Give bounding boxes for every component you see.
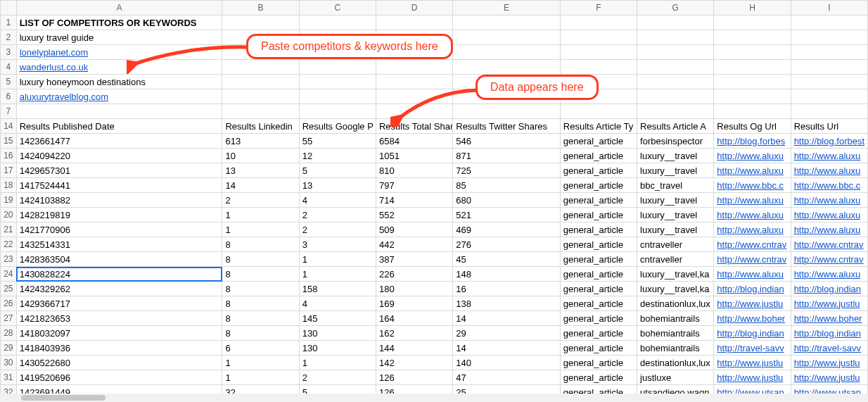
data-cell[interactable]: http://www.justlu [714, 296, 791, 311]
data-cell[interactable]: 1418032097 [16, 326, 222, 341]
data-cell[interactable]: http://www.justlu [791, 370, 867, 385]
data-cell[interactable]: 714 [376, 193, 452, 208]
table-row[interactable]: 22143251433183442276general_articlecntra… [1, 237, 868, 252]
data-cell[interactable]: 871 [453, 149, 561, 163]
row-header[interactable]: 17 [1, 163, 17, 178]
data-cell[interactable]: 45 [453, 252, 561, 267]
cell[interactable] [791, 89, 867, 104]
row-header[interactable]: 7 [1, 104, 17, 119]
horizontal-scrollbar[interactable] [0, 394, 868, 402]
table-row[interactable]: 271421823653814516414general_articlebohe… [1, 311, 868, 326]
data-cell[interactable]: 8 [222, 267, 299, 282]
data-header-cell[interactable]: Results Twitter Shares [453, 119, 561, 134]
data-cell[interactable]: luxury__travel [637, 193, 714, 208]
data-cell[interactable]: 1429366717 [16, 296, 222, 311]
data-cell[interactable]: http://www.aluxu [791, 193, 867, 208]
data-cell[interactable]: luxury__travel [637, 222, 714, 237]
table-row[interactable]: 5luxury honeymoon destinations [1, 75, 868, 89]
cell[interactable] [376, 89, 452, 104]
data-header-cell[interactable]: Results Linkedin [222, 119, 299, 134]
data-header-cell[interactable]: Results Article Ty [560, 119, 637, 134]
table-row[interactable]: 1LIST OF COMPETITORS OR KEYWORDS [1, 15, 868, 30]
data-cell[interactable]: forbesinspector [637, 134, 714, 149]
data-cell[interactable]: 158 [299, 282, 376, 296]
col-header-E[interactable]: E [453, 1, 561, 15]
data-cell[interactable]: general_article [560, 326, 637, 341]
data-cell[interactable]: 1421770906 [16, 222, 222, 237]
data-cell[interactable]: http://blog.indian [714, 282, 791, 296]
data-cell[interactable]: 6 [222, 341, 299, 356]
data-cell[interactable]: http://www.aluxu [791, 267, 867, 282]
data-cell[interactable]: 1 [299, 267, 376, 282]
data-cell[interactable]: 469 [453, 222, 561, 237]
data-cell[interactable]: 3 [299, 237, 376, 252]
data-cell[interactable]: http://www.justlu [791, 296, 867, 311]
data-cell[interactable]: general_article [560, 237, 637, 252]
cell[interactable] [791, 104, 867, 119]
data-cell[interactable]: http://travel-savv [714, 341, 791, 356]
data-cell[interactable]: general_article [560, 149, 637, 163]
row-header[interactable]: 25 [1, 282, 17, 296]
data-cell[interactable]: http://travel-savv [791, 341, 867, 356]
data-cell[interactable]: cntraveller [637, 237, 714, 252]
data-cell[interactable]: 148 [453, 267, 561, 282]
data-cell[interactable]: 797 [376, 178, 452, 193]
data-cell[interactable]: bohemiantrails [637, 326, 714, 341]
data-cell[interactable]: http://www.aluxu [791, 208, 867, 222]
data-cell[interactable]: 1051 [376, 149, 452, 163]
scrollbar-thumb[interactable] [21, 395, 106, 401]
data-cell[interactable]: general_article [560, 296, 637, 311]
row-header[interactable]: 19 [1, 193, 17, 208]
data-cell[interactable]: 2 [299, 208, 376, 222]
data-cell[interactable]: 1428363504 [16, 252, 222, 267]
row-header[interactable]: 30 [1, 356, 17, 370]
table-row[interactable]: 151423661477613556584546general_articlef… [1, 134, 868, 149]
data-cell[interactable]: 226 [376, 267, 452, 282]
data-cell[interactable]: http://www.bbc.c [791, 178, 867, 193]
cell[interactable] [637, 75, 714, 89]
data-cell[interactable]: luxury__travel [637, 149, 714, 163]
data-cell[interactable]: http://www.cntrav [714, 252, 791, 267]
data-cell[interactable]: http://www.aluxu [714, 149, 791, 163]
data-cell[interactable]: 145 [299, 311, 376, 326]
row-header[interactable]: 14 [1, 119, 17, 134]
data-cell[interactable]: general_article [560, 208, 637, 222]
row-header[interactable]: 1 [1, 15, 17, 30]
data-cell[interactable]: 8 [222, 326, 299, 341]
cell[interactable] [560, 60, 637, 75]
cell[interactable] [453, 45, 561, 60]
data-cell[interactable]: 1424094220 [16, 149, 222, 163]
data-cell[interactable]: 442 [376, 237, 452, 252]
data-cell[interactable]: 29 [453, 326, 561, 341]
data-cell[interactable]: general_article [560, 282, 637, 296]
cell[interactable] [560, 104, 637, 119]
row-header[interactable]: 2 [1, 30, 17, 45]
data-cell[interactable]: 8 [222, 282, 299, 296]
data-cell[interactable]: 8 [222, 296, 299, 311]
data-cell[interactable]: http://blog.forbest [791, 134, 867, 149]
row-header[interactable]: 3 [1, 45, 17, 60]
col-header-A[interactable]: A [16, 1, 222, 15]
cell[interactable] [791, 30, 867, 45]
data-cell[interactable]: 2 [299, 222, 376, 237]
table-row[interactable]: 3114195206961212647general_articlejustlu… [1, 370, 868, 385]
cell[interactable] [453, 30, 561, 45]
data-cell[interactable]: 4 [299, 193, 376, 208]
data-cell[interactable]: 138 [453, 296, 561, 311]
data-cell[interactable]: 1418403936 [16, 341, 222, 356]
data-cell[interactable]: 8 [222, 252, 299, 267]
keyword-cell[interactable]: lonelyplanet.com [16, 45, 222, 60]
data-cell[interactable]: general_article [560, 178, 637, 193]
data-cell[interactable]: 2 [222, 193, 299, 208]
row-header[interactable]: 15 [1, 134, 17, 149]
data-cell[interactable]: justluxe [637, 370, 714, 385]
col-header-F[interactable]: F [560, 1, 637, 15]
data-cell[interactable]: 1424329262 [16, 282, 222, 296]
data-cell[interactable]: 1417524441 [16, 178, 222, 193]
data-cell[interactable]: 1430522680 [16, 356, 222, 370]
data-cell[interactable]: 2 [299, 370, 376, 385]
data-cell[interactable]: http://www.aluxu [714, 222, 791, 237]
data-cell[interactable]: http://www.boher [714, 311, 791, 326]
data-cell[interactable]: general_article [560, 222, 637, 237]
data-cell[interactable]: 142 [376, 356, 452, 370]
